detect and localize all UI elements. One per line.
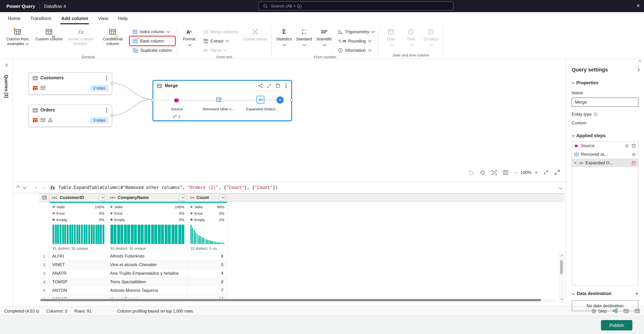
duration-button[interactable]: Duration [421, 25, 441, 45]
table-cell[interactable]: Hanari Carnes [107, 295, 187, 298]
information-button[interactable]: Information [336, 46, 376, 54]
table-cell[interactable]: 7 [187, 286, 227, 295]
applied-step-source[interactable]: Source [572, 142, 638, 150]
query-card-orders[interactable]: Orders 3 steps [28, 105, 112, 127]
filter-dropdown-icon[interactable] [179, 194, 185, 200]
add-destination-icon[interactable]: + [635, 290, 638, 297]
table-cell[interactable]: 6 [187, 278, 227, 286]
conditional-column-button[interactable]: Conditional column [97, 25, 129, 46]
table-cell[interactable]: Ana Trujillo Emparedados y helados [107, 269, 187, 278]
commit-formula-icon[interactable]: ✓ [42, 185, 46, 190]
zoom-in-icon[interactable]: + [534, 169, 538, 176]
expand-queries-icon[interactable] [4, 64, 8, 67]
tab-view[interactable]: View [93, 12, 113, 24]
next-step-icon[interactable] [23, 185, 27, 189]
formula-text[interactable]: Table.ExpandTableColumn(#"Removed other … [58, 185, 554, 190]
column-header-companyname[interactable]: ABC CompanyName [108, 194, 188, 202]
tab-add-column[interactable]: Add column [56, 12, 93, 24]
expand-view-icon[interactable] [554, 170, 560, 175]
column-profile-customerid[interactable]: Valid100% Error0% Empty0% 91 distinct, 9… [50, 202, 108, 252]
table-cell[interactable]: ANTON [49, 286, 107, 295]
table-cell[interactable]: 5 [187, 260, 227, 269]
scrollbar-thumb[interactable] [560, 260, 563, 274]
no-data-destination[interactable]: No data destination [572, 300, 638, 311]
column-profile-companyname[interactable]: Valid100% Error0% Empty0% 91 distinct, 9… [108, 202, 188, 252]
filter-dropdown-icon[interactable] [99, 194, 105, 200]
tab-help[interactable]: Help [113, 12, 133, 24]
destination-alert-icon[interactable] [631, 160, 636, 165]
status-profiling[interactable]: Column profiling based on top 1,000 rows [117, 309, 193, 313]
query-name-field[interactable] [572, 98, 638, 107]
custom-column-button[interactable]: fx Custom column [34, 25, 64, 41]
table-cell[interactable]: TOMSP [49, 278, 107, 286]
connector-port[interactable] [111, 82, 114, 85]
share-flow-icon[interactable] [258, 83, 263, 88]
column-header-customerid[interactable]: ABC CustomerID [50, 194, 108, 202]
scientific-button[interactable]: 10² Scientific [314, 25, 334, 45]
global-search[interactable]: Search (Alt + Q) [258, 2, 454, 10]
tab-home[interactable]: Home [3, 12, 25, 24]
column-from-examples-button[interactable]: Column from examples [2, 25, 34, 46]
statistics-button[interactable]: Σ Statistics [274, 25, 294, 45]
connector-port[interactable] [152, 98, 154, 102]
info-icon[interactable] [594, 112, 598, 116]
cluster-values-button[interactable]: Cluster values [241, 25, 270, 41]
diagram-canvas[interactable]: Customers 2 steps Orders [13, 59, 566, 182]
properties-section-header[interactable]: Properties [566, 80, 644, 86]
table-cell[interactable]: HANAR [49, 295, 107, 298]
table-cell[interactable]: VINET [49, 260, 107, 269]
table-cell[interactable]: ANATR [49, 269, 107, 278]
tab-transform[interactable]: Transform [25, 12, 56, 24]
related-queries-count[interactable]: 2 [172, 114, 180, 118]
history-icon[interactable] [468, 170, 474, 175]
step-node-expanded-orders[interactable] [256, 96, 264, 104]
column-profile-count[interactable]: Valid98% Error0% Empty2% 22 distinct, 5 … [188, 202, 228, 252]
query-name-input[interactable] [572, 100, 638, 105]
applied-step-removed-other-columns[interactable]: Removed ot... [572, 150, 638, 158]
applied-steps-section-header[interactable]: Applied steps [566, 133, 644, 138]
step-settings-gear-icon[interactable] [624, 144, 629, 148]
add-step-button[interactable]: + [276, 96, 284, 104]
index-column-button[interactable]: Index column [130, 28, 174, 36]
query-card-customers[interactable]: Customers 2 steps [28, 72, 112, 95]
date-button[interactable]: Date [381, 25, 401, 45]
steps-badge[interactable]: 2 steps [90, 85, 108, 91]
standard-button[interactable]: + −× ÷ Standard [294, 25, 314, 45]
scroll-up-icon[interactable] [560, 252, 562, 259]
fit-to-screen-icon[interactable] [491, 170, 497, 175]
merge-columns-button[interactable]: Merge columns [200, 28, 241, 36]
collapse-card-icon[interactable] [267, 84, 272, 88]
table-cell[interactable]: Antonio Moreno Taquería [107, 286, 187, 295]
step-settings-gear-icon[interactable] [631, 152, 636, 157]
step-node-source[interactable] [173, 96, 181, 104]
card-menu-icon[interactable] [106, 77, 107, 78]
zoom-level[interactable]: 100% [520, 170, 531, 175]
collapse-panel-icon[interactable] [636, 68, 640, 72]
table-cell[interactable]: 6 [187, 252, 227, 260]
scrollbar-thumb[interactable] [40, 299, 541, 301]
filter-dropdown-icon[interactable] [219, 194, 225, 200]
table-cell[interactable]: Toms Spezialitäten [107, 278, 187, 286]
horizontal-scrollbar[interactable] [39, 299, 555, 302]
time-button[interactable]: Time [401, 25, 421, 45]
trigonometry-button[interactable]: Trigonometry [336, 28, 376, 36]
data-destination-section-header[interactable]: Data destination + [566, 290, 644, 297]
column-header-count[interactable]: 123 Count [188, 194, 228, 202]
mini-map-icon[interactable] [503, 170, 508, 175]
zoom-out-icon[interactable]: − [514, 169, 517, 176]
scroll-down-icon[interactable] [560, 295, 562, 302]
parse-button[interactable]: abc Parse [200, 46, 241, 54]
card-menu-icon[interactable] [106, 110, 107, 110]
table-cell[interactable]: 14 [187, 295, 227, 298]
invoke-custom-function-button[interactable]: fx Invoke custom function [64, 25, 97, 46]
steps-badge[interactable]: 3 steps [90, 117, 108, 123]
connector-port[interactable] [111, 114, 114, 117]
table-cell[interactable]: ALFKI [49, 252, 107, 260]
delete-step-icon[interactable]: × [574, 160, 577, 166]
data-source-icon[interactable] [276, 83, 280, 88]
rounding-button[interactable]: .00 Rounding [336, 37, 376, 45]
pan-center-icon[interactable] [480, 170, 486, 175]
table-cell[interactable]: Alfreds Futterkiste [107, 252, 187, 260]
extract-button[interactable]: ABC123 Extract [200, 37, 241, 45]
cancel-formula-icon[interactable]: × [35, 185, 38, 190]
